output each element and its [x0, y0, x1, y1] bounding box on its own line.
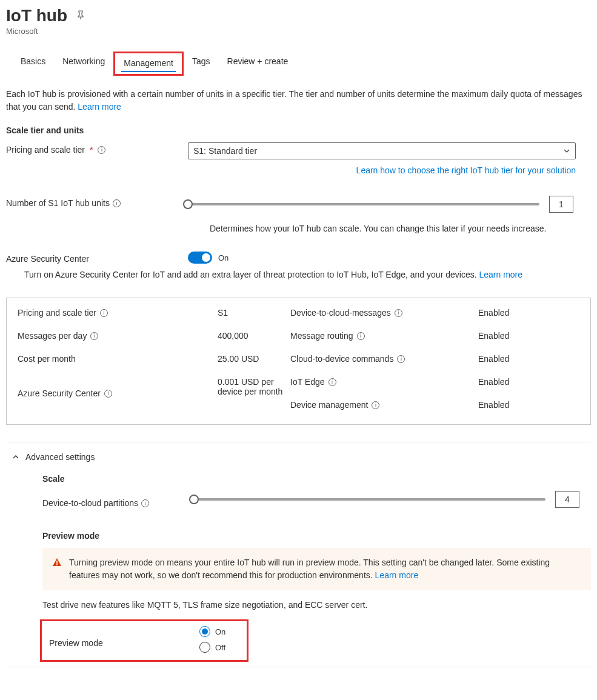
- scale-section-title: Scale tier and units: [6, 125, 591, 135]
- info-icon[interactable]: i: [372, 401, 379, 409]
- tab-management[interactable]: Management: [113, 52, 184, 76]
- asc-label: Azure Security Center: [6, 252, 188, 264]
- asc-description: Turn on Azure Security Center for IoT an…: [24, 270, 591, 279]
- chevron-up-icon: [12, 453, 19, 461]
- info-icon[interactable]: i: [90, 332, 98, 340]
- units-label: Number of S1 IoT hub units i: [6, 196, 188, 208]
- preview-off-label: Off: [215, 643, 225, 652]
- info-icon[interactable]: i: [395, 309, 402, 317]
- summary-msgperday-value: 400,000: [218, 331, 290, 341]
- summary-cost-value: 25.00 USD: [218, 354, 290, 364]
- preview-on-radio[interactable]: [199, 626, 210, 637]
- asc-toggle[interactable]: [188, 252, 212, 264]
- summary-cost-label: Cost per month: [18, 354, 218, 364]
- info-icon[interactable]: i: [100, 309, 108, 317]
- svg-rect-0: [56, 561, 58, 564]
- units-caption: Determines how your IoT hub can scale. Y…: [210, 224, 591, 233]
- info-icon[interactable]: i: [104, 390, 112, 398]
- preview-warning: Turning preview mode on means your entir…: [42, 548, 591, 590]
- summary-c2d-label: Cloud-to-device commandsi: [290, 354, 478, 364]
- page-title: IoT hub: [6, 6, 67, 25]
- slider-thumb[interactable]: [189, 495, 199, 504]
- adv-scale-title: Scale: [42, 474, 591, 484]
- preview-desc: Test drive new features like MQTT 5, TLS…: [42, 600, 591, 610]
- asc-toggle-state: On: [218, 253, 228, 262]
- summary-panel: Pricing and scale tieri S1 Device-to-clo…: [6, 298, 591, 425]
- summary-edge-value: Enabled: [478, 377, 579, 387]
- tab-bar: Basics Networking Management Tags Review…: [6, 52, 591, 76]
- tab-networking[interactable]: Networking: [54, 52, 113, 76]
- intro-text: Each IoT hub is provisioned with a certa…: [6, 88, 591, 113]
- tab-basics[interactable]: Basics: [12, 52, 54, 76]
- units-slider[interactable]: [188, 203, 539, 205]
- info-icon[interactable]: i: [98, 146, 105, 154]
- info-icon[interactable]: i: [113, 199, 121, 207]
- summary-msgperday-label: Messages per dayi: [18, 331, 218, 341]
- preview-mode-title: Preview mode: [42, 531, 591, 541]
- intro-learn-more-link[interactable]: Learn more: [78, 102, 121, 112]
- preview-on-label: On: [215, 627, 225, 636]
- summary-routing-label: Message routingi: [290, 331, 478, 341]
- chevron-down-icon: [563, 147, 570, 155]
- units-value-input[interactable]: 1: [549, 196, 573, 213]
- summary-devmgmt-value: Enabled: [478, 400, 579, 410]
- pin-icon[interactable]: [76, 10, 85, 22]
- tab-review-create[interactable]: Review + create: [219, 52, 297, 76]
- summary-asc-value: 0.001 USD per device per month: [218, 377, 290, 410]
- info-icon[interactable]: i: [329, 378, 336, 386]
- summary-asc-label: Azure Security Centeri: [18, 377, 218, 410]
- tier-help-link[interactable]: Learn how to choose the right IoT hub ti…: [356, 165, 576, 175]
- slider-thumb[interactable]: [183, 199, 193, 209]
- summary-edge-label: IoT Edgei: [290, 377, 478, 387]
- preview-mode-highlight: Preview mode On Off: [40, 619, 248, 662]
- advanced-settings-toggle[interactable]: Advanced settings: [6, 452, 591, 462]
- preview-mode-label: Preview mode: [49, 626, 199, 658]
- preview-warning-learn-more-link[interactable]: Learn more: [375, 570, 419, 580]
- partitions-slider[interactable]: [194, 498, 545, 501]
- summary-c2d-value: Enabled: [478, 354, 579, 364]
- summary-d2c-value: Enabled: [478, 308, 579, 318]
- info-icon[interactable]: i: [141, 499, 149, 507]
- svg-rect-1: [56, 564, 58, 565]
- info-icon[interactable]: i: [357, 332, 365, 340]
- pricing-select[interactable]: S1: Standard tier: [188, 142, 576, 159]
- summary-routing-value: Enabled: [478, 331, 579, 341]
- page-subtitle: Microsoft: [6, 27, 591, 36]
- partitions-value-input[interactable]: 4: [555, 491, 579, 508]
- warning-icon: [52, 558, 62, 567]
- summary-d2c-label: Device-to-cloud-messagesi: [290, 308, 478, 318]
- pricing-label: Pricing and scale tier* i: [6, 142, 188, 155]
- partitions-label: Device-to-cloud partitions i: [42, 496, 194, 508]
- summary-devmgmt-label: Device managementi: [290, 400, 478, 410]
- asc-learn-more-link[interactable]: Learn more: [479, 270, 522, 279]
- summary-pricing-label: Pricing and scale tieri: [18, 308, 218, 318]
- summary-pricing-value: S1: [218, 308, 290, 318]
- preview-off-radio[interactable]: [199, 642, 210, 653]
- info-icon[interactable]: i: [397, 355, 405, 363]
- tab-tags[interactable]: Tags: [184, 52, 219, 76]
